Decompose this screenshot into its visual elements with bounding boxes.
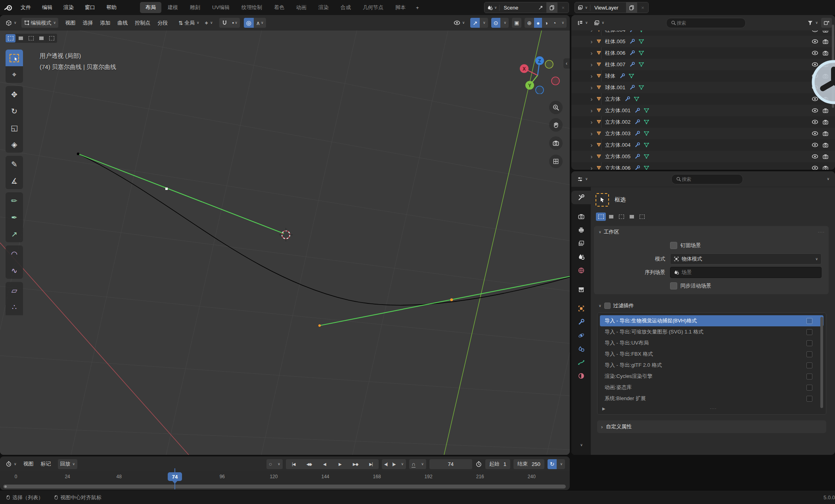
- tabs-overflow-button[interactable]: ∨: [572, 438, 591, 452]
- modifier-icon[interactable]: [634, 142, 640, 148]
- workspace-tab-几何节点[interactable]: 几何节点: [357, 2, 389, 13]
- hide-in-viewport-icon[interactable]: [812, 130, 818, 137]
- jump-to-end-button[interactable]: ▶|: [363, 459, 379, 469]
- modifier-icon[interactable]: [629, 31, 635, 33]
- addon-row[interactable]: 导入 - 导出:FBX 格式: [600, 349, 824, 360]
- show-overlays-toggle[interactable]: ⊙: [491, 18, 501, 28]
- shading-material-button[interactable]: ◑: [542, 18, 550, 28]
- editor-type-button[interactable]: ∨: [575, 18, 590, 28]
- mode-dropdown[interactable]: 编辑模式 ∨: [21, 18, 59, 28]
- disable-in-render-icon[interactable]: [822, 130, 829, 137]
- select-mode-invert[interactable]: [627, 213, 637, 221]
- tool-box-select[interactable]: [6, 50, 23, 66]
- modifier-icon[interactable]: [624, 96, 630, 102]
- disable-in-render-icon[interactable]: [822, 38, 829, 45]
- properties-tab-modifiers[interactable]: [571, 315, 591, 329]
- select-mode-extend[interactable]: [606, 213, 616, 221]
- zoom-button[interactable]: [549, 101, 563, 114]
- tool-move[interactable]: ✥: [6, 86, 23, 103]
- mesh-data-icon[interactable]: [643, 165, 649, 170]
- properties-tab-world[interactable]: [571, 264, 591, 277]
- menu-window[interactable]: 窗口: [79, 4, 101, 11]
- tool-cursor[interactable]: ⌖: [6, 66, 23, 83]
- workspace-tab-布局[interactable]: 布局: [140, 2, 161, 13]
- addon-row[interactable]: 导入 - 导出:可缩放矢量图形 (SVG) 1.1 格式: [600, 326, 824, 337]
- expand-icon[interactable]: ›: [587, 130, 596, 137]
- hide-in-viewport-icon[interactable]: [812, 38, 818, 45]
- timeline-menu-marker[interactable]: 标记: [37, 460, 55, 468]
- menu-render[interactable]: 渲染: [58, 4, 79, 11]
- modifier-icon[interactable]: [634, 119, 640, 125]
- mesh-data-icon[interactable]: [643, 119, 649, 125]
- tool-extrude[interactable]: ↗: [6, 226, 23, 242]
- tool-randomize[interactable]: ∴: [6, 299, 23, 315]
- filter-dropdown[interactable]: ∨: [805, 18, 820, 28]
- object-name[interactable]: 立方体.001: [605, 107, 630, 114]
- object-name[interactable]: 立方体: [605, 96, 621, 103]
- visibility-dropdown[interactable]: ∨: [451, 18, 467, 28]
- properties-search-input[interactable]: [671, 174, 743, 184]
- expand-icon[interactable]: ›: [587, 38, 596, 45]
- select-mode-subtract[interactable]: [617, 213, 626, 221]
- hide-in-viewport-icon[interactable]: [812, 107, 818, 114]
- gizmo-y-axis[interactable]: Y: [528, 83, 531, 88]
- workspace-tab-合成[interactable]: 合成: [335, 2, 356, 13]
- properties-tab-collection[interactable]: [571, 283, 591, 296]
- expand-icon[interactable]: ▶: [602, 406, 605, 411]
- properties-tab-object[interactable]: [571, 302, 591, 315]
- mesh-data-icon[interactable]: [628, 73, 634, 79]
- outliner-row[interactable]: ›立方体.006: [571, 162, 835, 170]
- pin-scene-checkbox[interactable]: [670, 242, 677, 249]
- playhead[interactable]: 74: [168, 472, 182, 481]
- play-button[interactable]: ▶: [332, 459, 348, 469]
- sidebar-collapse-handle[interactable]: ‹: [563, 58, 570, 69]
- gizmo-x-axis[interactable]: X: [523, 66, 526, 72]
- timeline-ruler[interactable]: 0244896120144168192216240 74: [0, 471, 570, 484]
- xray-toggle[interactable]: ▣: [512, 18, 521, 28]
- auto-keying-dropdown[interactable]: ∨: [274, 459, 283, 469]
- auto-keying-toggle[interactable]: ○: [266, 459, 274, 469]
- expand-icon[interactable]: ›: [587, 96, 596, 102]
- scene-browse-button[interactable]: ∨: [485, 5, 500, 11]
- mesh-data-icon[interactable]: [638, 50, 644, 56]
- outliner-row[interactable]: ›球体: [571, 70, 835, 82]
- workspace-tab-脚本[interactable]: 脚本: [390, 2, 411, 13]
- addons-scrollbar[interactable]: [820, 317, 823, 408]
- scene-name[interactable]: Scene: [500, 5, 535, 11]
- addon-enable-checkbox[interactable]: [806, 329, 812, 335]
- frame-start-field[interactable]: 起始 1: [485, 459, 510, 469]
- jump-to-start-button[interactable]: |◀: [286, 459, 301, 469]
- expand-icon[interactable]: ›: [587, 50, 596, 56]
- mesh-data-icon[interactable]: [643, 107, 649, 113]
- resize-grip-icon[interactable]: ····: [710, 406, 716, 411]
- properties-tab-render[interactable]: [571, 210, 591, 223]
- object-name[interactable]: 柱体.005: [605, 38, 625, 45]
- tool-draw-curve[interactable]: ✏: [6, 192, 23, 209]
- display-mode-dropdown[interactable]: ∨: [591, 18, 607, 28]
- add-workspace-button[interactable]: +: [412, 3, 423, 13]
- expand-icon[interactable]: ›: [587, 165, 596, 170]
- viewport-menu-view[interactable]: 视图: [61, 19, 79, 27]
- navigation-gizmo[interactable]: Z X Y: [514, 46, 561, 94]
- workspace-tab-渲染[interactable]: 渲染: [313, 2, 334, 13]
- outliner-row[interactable]: ›立方体.004: [571, 139, 835, 151]
- hide-in-viewport-icon[interactable]: [812, 50, 818, 56]
- snap-target-dropdown[interactable]: ▪∨: [230, 18, 240, 28]
- proportional-editing-toggle[interactable]: ◎: [244, 18, 254, 28]
- menu-file[interactable]: 文件: [15, 4, 36, 11]
- disable-in-render-icon[interactable]: [822, 107, 829, 114]
- addon-enable-checkbox[interactable]: [806, 362, 812, 368]
- keying-dropdown[interactable]: ∨: [418, 459, 426, 469]
- outliner-row[interactable]: ›立方体: [571, 93, 835, 105]
- select-mode-subtract[interactable]: [26, 34, 36, 42]
- viewport-canvas[interactable]: 用户透视 (局部) (74) 贝塞尔曲线 | 贝塞尔曲线 ⌖✥↻◱◈✎∡✏✒↗◠…: [0, 31, 570, 455]
- select-mode-intersect[interactable]: [637, 213, 647, 221]
- viewport-menu-curve[interactable]: 曲线: [114, 19, 131, 27]
- frame-end-field[interactable]: 结束 250: [513, 459, 544, 469]
- stopwatch-icon[interactable]: [475, 461, 482, 468]
- object-name[interactable]: 球体.001: [605, 84, 625, 91]
- hide-in-viewport-icon[interactable]: [812, 142, 818, 148]
- pivot-point-dropdown[interactable]: ⌖ ∨: [203, 18, 215, 28]
- select-mode-box[interactable]: [6, 34, 15, 42]
- scene-pin-icon[interactable]: [535, 2, 546, 13]
